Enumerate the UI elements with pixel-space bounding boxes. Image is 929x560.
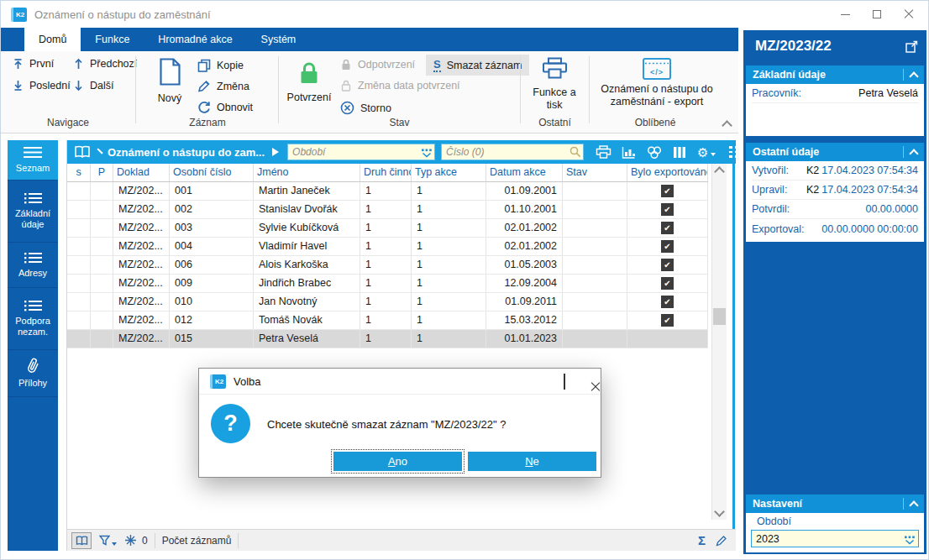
frozen-filter-icon[interactable]: [125, 535, 136, 546]
section-body-nastaveni: Období: [746, 513, 924, 552]
next-button[interactable]: Další: [73, 80, 113, 92]
col-header-typ-akce[interactable]: Typ akce: [412, 164, 486, 181]
field-label: Potvrdil:: [752, 203, 790, 215]
collapse-toggle[interactable]: [903, 146, 917, 158]
cancel-record-button[interactable]: Storno: [340, 101, 391, 115]
table-row[interactable]: MZ/202... 001 Martin Janeček 1 1 01.09.2…: [67, 182, 708, 201]
col-header-p[interactable]: P: [91, 164, 113, 181]
exported-checkbox[interactable]: ✔: [661, 185, 674, 197]
first-button[interactable]: První: [13, 58, 54, 70]
app-window: K2 Oznámení o nástupu do zaměstnání Domů…: [0, 0, 929, 560]
arrow-up-icon: [73, 58, 84, 70]
tab-hromadne-akce[interactable]: Hromadné akce: [144, 28, 246, 51]
col-header-jmeno[interactable]: Jméno: [254, 164, 360, 181]
grid-right-splitter[interactable]: [732, 140, 735, 529]
tab-funkce[interactable]: Funkce: [81, 28, 144, 51]
dialog-maximize-button[interactable]: [564, 374, 565, 390]
dropdown-dots-icon[interactable]: [904, 534, 916, 549]
col-header-s[interactable]: s: [67, 164, 91, 181]
table-row[interactable]: MZ/202... 004 Vladimír Havel 1 1 02.01.2…: [67, 238, 708, 256]
delete-record-button[interactable]: S Smazat záznam: [426, 55, 529, 76]
exported-checkbox[interactable]: ✔: [661, 277, 674, 290]
chart-button[interactable]: [622, 146, 636, 159]
filter-button[interactable]: [99, 535, 117, 546]
collapse-toggle[interactable]: [903, 498, 917, 510]
sidebar-item-adresy[interactable]: Adresy: [8, 243, 58, 288]
section-header-ostatni[interactable]: Ostatní údaje: [746, 143, 924, 161]
filter-obdobi-input[interactable]: [287, 144, 435, 160]
filter-cislo-input[interactable]: [441, 144, 584, 160]
ribbon-collapse-button[interactable]: [720, 120, 733, 130]
table-row[interactable]: MZ/202... 009 Jindřich Brabec 1 1 12.09.…: [67, 275, 708, 293]
exported-checkbox[interactable]: ✔: [661, 259, 674, 271]
col-header-doklad[interactable]: Doklad: [113, 164, 170, 181]
col-header-osobni-cislo[interactable]: Osobní číslo: [170, 164, 254, 181]
section-header-nastaveni[interactable]: Nastavení: [746, 495, 924, 513]
table-row[interactable]: MZ/202... 010 Jan Novotný 1 1 01.09.2011…: [67, 293, 708, 311]
col-header-datum-akce[interactable]: Datum akce: [486, 164, 563, 181]
grid-rows: MZ/202... 001 Martin Janeček 1 1 01.09.2…: [67, 182, 708, 348]
col-header-druh-cinnosti[interactable]: Druh činnost: [360, 164, 412, 181]
gears-button[interactable]: [646, 146, 663, 159]
group-label-stav: Stav: [279, 117, 520, 128]
scroll-up-icon[interactable]: [714, 166, 725, 177]
book-view-toggle[interactable]: [71, 532, 92, 549]
tab-system[interactable]: Systém: [247, 28, 311, 51]
book-view-button[interactable]: [74, 145, 91, 159]
copy-button[interactable]: Kopie: [197, 59, 244, 72]
exported-checkbox[interactable]: ✔: [661, 240, 674, 253]
col-header-stav[interactable]: Stav: [563, 164, 627, 181]
edit-note-button[interactable]: [716, 535, 727, 547]
minimize-button[interactable]: [829, 1, 861, 28]
records-grid: Oznámení o nástupu do zam...: [66, 140, 735, 551]
dropdown-dots-icon[interactable]: [421, 147, 433, 162]
columns-button[interactable]: [673, 146, 687, 159]
sidebar-item-seznam[interactable]: Seznam: [8, 140, 58, 181]
sidebar-item-podpora-nezam[interactable]: Podpora nezam.: [8, 288, 58, 350]
print-button[interactable]: [596, 145, 611, 159]
collapse-toggle[interactable]: [903, 69, 917, 81]
export-code-window-icon: </>: [643, 58, 671, 80]
maximize-button[interactable]: [861, 1, 893, 28]
edit-button[interactable]: Změna: [197, 80, 249, 92]
filter-obdobi-wrap: [287, 144, 435, 160]
table-row[interactable]: MZ/202... 003 Sylvie Kubíčková 1 1 02.01…: [67, 219, 708, 238]
table-row-selected[interactable]: MZ/202... 015 Petra Veselá 1 1 01.01.202…: [67, 330, 708, 348]
scrollbar-thumb[interactable]: [713, 308, 726, 325]
exported-checkbox[interactable]: ✔: [661, 222, 674, 234]
gears-icon: [646, 146, 663, 159]
confirm-button[interactable]: Potvrzení: [285, 61, 333, 104]
functions-print-button[interactable]: Funkce a tisk: [525, 57, 584, 112]
sidebar-item-prilohy[interactable]: Přílohy: [8, 350, 58, 397]
sum-button[interactable]: Σ: [698, 533, 706, 547]
no-button[interactable]: Ne: [468, 452, 596, 471]
scroll-down-icon[interactable]: [714, 506, 725, 517]
close-button[interactable]: [893, 1, 925, 28]
play-icon[interactable]: [272, 148, 279, 156]
exported-checkbox[interactable]: ✔: [661, 314, 674, 327]
table-row[interactable]: MZ/202... 012 Tomáš Novák 1 1 15.03.2012…: [67, 311, 708, 330]
table-row[interactable]: MZ/202... 002 Stanislav Dvořák 1 1 01.10…: [67, 201, 708, 219]
grid-toolbar: Oznámení o nástupu do zam...: [67, 140, 736, 164]
yes-button[interactable]: Ano: [333, 452, 462, 471]
export-favorite-button[interactable]: </> Oznámení o nástupu do zaměstnání - e…: [594, 58, 720, 108]
obdobi-input[interactable]: [751, 530, 919, 547]
col-header-bylo-exportovano[interactable]: Bylo exportováno: [627, 164, 708, 181]
sidebar-item-zakladni-udaje[interactable]: Základní údaje: [8, 181, 58, 243]
refresh-button[interactable]: Obnovit: [197, 101, 253, 114]
chevron-down-icon[interactable]: [97, 148, 102, 154]
tab-domu[interactable]: Domů: [24, 28, 81, 51]
grid-title[interactable]: Oznámení o nástupu do zam...: [108, 146, 265, 159]
last-button[interactable]: Poslední: [13, 80, 71, 92]
settings-gear-button[interactable]: ⚙: [697, 146, 715, 159]
dialog-title-bar: K2 Volba: [199, 369, 601, 395]
new-button[interactable]: Nový: [149, 58, 191, 105]
vertical-scrollbar[interactable]: [711, 164, 727, 520]
open-record-button[interactable]: [905, 40, 918, 56]
section-header-zakladni[interactable]: Základní údaje: [746, 65, 924, 84]
exported-checkbox[interactable]: ✔: [661, 296, 674, 308]
table-row[interactable]: MZ/202... 006 Alois Karkoška 1 1 01.05.2…: [67, 256, 708, 275]
exported-checkbox[interactable]: ✔: [661, 203, 674, 216]
previous-button[interactable]: Předchozí: [73, 58, 137, 70]
funnel-icon: [99, 535, 110, 546]
